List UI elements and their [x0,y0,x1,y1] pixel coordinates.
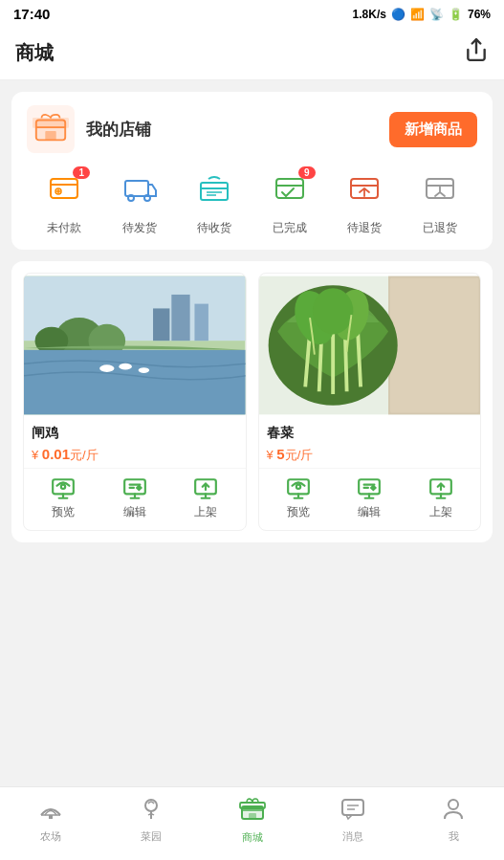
status-right: 1.8K/s 🔵 📶 📡 🔋 76% [353,8,491,21]
completed-badge: 9 [298,166,316,179]
battery-level: 76% [468,8,491,21]
order-status-pending-ship[interactable]: 待发货 [118,170,162,236]
network-speed: 1.8K/s [353,8,386,21]
publish-label-2: 上架 [429,504,452,520]
preview-label-2: 预览 [287,504,310,520]
order-status-unpaid[interactable]: 1 未付款 [42,170,86,236]
store-info: 我的店铺 [27,105,151,153]
price-unit-1: 元/斤 [70,448,99,462]
svg-rect-10 [201,183,228,200]
price-prefix-1: ¥ [32,448,42,462]
message-icon [340,796,365,827]
svg-rect-45 [249,813,256,819]
share-button[interactable] [464,37,489,68]
refunded-label: 已退货 [423,220,457,236]
product-info-1: 闸鸡 ¥ 0.01元/斤 [24,417,246,468]
svg-rect-5 [51,179,77,198]
product-name-2: 春菜 [267,425,473,442]
svg-rect-18 [153,308,169,341]
pending-ship-icon [122,171,157,213]
svg-rect-22 [24,350,246,415]
preview-label-1: 预览 [52,504,75,520]
nav-label-message: 消息 [342,829,363,844]
product-image-1 [24,274,246,417]
price-value-1: 0.01 [42,446,70,462]
main-content: 我的店铺 新增商品 1 [0,80,504,786]
publish-button-1[interactable]: 上架 [193,476,218,520]
wifi-icon: 📡 [429,8,444,21]
product-actions-2: 预览 编辑 [259,468,481,530]
edit-button-1[interactable]: 编辑 [122,476,147,520]
svg-point-23 [99,364,114,372]
add-product-button[interactable]: 新增商品 [389,112,477,147]
product-item-2: 春菜 ¥ 5元/斤 预览 [258,273,482,531]
nav-item-farm[interactable]: 农场 [0,796,100,844]
price-unit-2: 元/斤 [285,448,314,462]
svg-point-38 [296,485,300,489]
publish-label-1: 上架 [194,504,217,520]
order-status-pending-refund[interactable]: 待退货 [342,170,386,236]
refunded-icon [423,171,457,213]
order-status-pending-receive[interactable]: 待收货 [192,170,236,236]
svg-rect-39 [359,479,380,494]
order-status-refunded[interactable]: 已退货 [418,170,462,236]
preview-button-2[interactable]: 预览 [286,476,311,520]
svg-rect-17 [194,304,208,342]
unpaid-icon-wrap: 1 [42,170,86,214]
header: 商城 [0,28,504,80]
pending-refund-label: 待退货 [347,220,382,236]
svg-rect-32 [389,278,478,413]
svg-rect-16 [171,295,189,341]
product-price-1: ¥ 0.01元/斤 [32,446,238,464]
garden-icon [139,796,164,827]
nav-item-shop[interactable]: 商城 [202,795,302,845]
product-info-2: 春菜 ¥ 5元/斤 [259,417,481,468]
price-value-2: 5 [276,446,284,462]
nav-item-me[interactable]: 我 [404,796,504,844]
completed-label: 已完成 [273,220,307,236]
page-title: 商城 [15,40,54,66]
svg-rect-4 [33,119,69,128]
order-status-completed[interactable]: 9 已完成 [268,170,312,236]
product-image-2 [259,274,481,417]
edit-button-2[interactable]: 编辑 [357,476,382,520]
store-card: 我的店铺 新增商品 1 [11,92,493,250]
svg-point-25 [139,367,150,373]
pending-refund-icon [347,171,382,213]
svg-point-8 [128,195,134,201]
svg-rect-11 [276,179,303,198]
refunded-icon-wrap [418,170,462,214]
store-header: 我的店铺 新增商品 [27,105,477,153]
completed-icon-wrap: 9 [268,170,312,214]
signal-icon: 📶 [410,8,425,21]
publish-button-2[interactable]: 上架 [428,476,453,520]
svg-rect-28 [124,479,145,494]
store-logo [27,105,75,153]
me-icon [441,796,466,827]
product-name-1: 闸鸡 [32,425,238,442]
pending-receive-label: 待收货 [197,220,231,236]
pending-receive-icon-wrap [192,170,236,214]
products-section: 闸鸡 ¥ 0.01元/斤 预览 [11,261,493,542]
nav-label-shop: 商城 [242,830,263,845]
nav-item-message[interactable]: 消息 [302,796,403,844]
products-grid: 闸鸡 ¥ 0.01元/斤 预览 [23,273,481,531]
nav-label-farm: 农场 [40,829,61,844]
unpaid-label: 未付款 [47,220,81,236]
edit-label-2: 编辑 [358,504,381,520]
nav-label-garden: 菜园 [141,829,162,844]
pending-ship-label: 待发货 [122,220,157,236]
status-bar: 17:40 1.8K/s 🔵 📶 📡 🔋 76% [0,0,504,28]
svg-rect-47 [342,800,363,815]
preview-button-1[interactable]: 预览 [51,476,76,520]
product-actions-1: 预览 编辑 [24,468,246,530]
battery-icon: 🔋 [449,8,463,21]
pending-refund-icon-wrap [342,170,386,214]
status-time: 17:40 [13,6,50,22]
svg-point-48 [449,800,458,809]
nav-item-garden[interactable]: 菜园 [100,796,201,844]
edit-label-1: 编辑 [123,504,146,520]
pending-ship-icon-wrap [118,170,162,214]
bottom-nav: 农场 菜园 商城 [0,786,504,860]
svg-point-9 [144,195,150,201]
